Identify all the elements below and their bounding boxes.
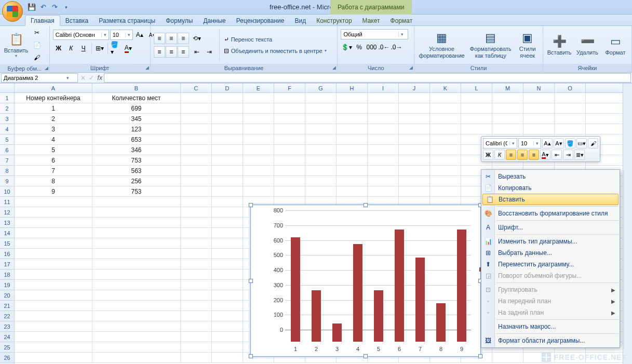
row-header[interactable]: 10 — [0, 186, 14, 197]
cell[interactable] — [305, 166, 337, 176]
cell[interactable] — [337, 93, 368, 103]
align-top-icon[interactable]: ≡ — [154, 33, 165, 44]
cell[interactable] — [181, 134, 212, 144]
row-header[interactable]: 19 — [0, 280, 14, 290]
row-header[interactable]: 22 — [0, 311, 14, 321]
merge-center-button[interactable]: ⊟Объединить и поместить в центре▾ — [224, 47, 327, 55]
cell[interactable] — [92, 218, 181, 227]
cell[interactable] — [337, 145, 368, 155]
grow-font-icon[interactable]: A▴ — [134, 29, 145, 41]
cell[interactable] — [430, 145, 461, 155]
cancel-icon[interactable]: ✕ — [80, 74, 86, 82]
cell[interactable] — [430, 114, 461, 124]
name-box[interactable]: ▾ — [1, 73, 78, 83]
cell[interactable] — [181, 155, 212, 165]
row-header[interactable]: 2 — [0, 103, 14, 114]
currency-icon[interactable]: 💲▾ — [341, 42, 352, 53]
column-header[interactable]: K — [430, 84, 461, 92]
cell[interactable]: 346 — [92, 145, 181, 155]
cell[interactable] — [243, 176, 274, 186]
mini-italic-button[interactable]: К — [494, 150, 505, 160]
cell[interactable] — [212, 342, 243, 352]
cell[interactable] — [305, 134, 337, 144]
cell[interactable] — [368, 103, 399, 113]
column-header[interactable]: L — [461, 84, 492, 92]
cell[interactable]: 563 — [92, 166, 181, 176]
cell[interactable] — [243, 124, 274, 134]
cell[interactable] — [523, 114, 555, 124]
cell[interactable] — [368, 186, 399, 196]
cell[interactable] — [181, 124, 212, 134]
row-header[interactable]: 7 — [0, 155, 14, 166]
cell[interactable]: 3 — [15, 124, 92, 134]
cell[interactable]: 256 — [92, 176, 181, 186]
cell[interactable] — [337, 166, 368, 176]
align-middle-icon[interactable]: ≡ — [166, 33, 177, 44]
cell[interactable] — [92, 301, 181, 311]
cell[interactable] — [212, 218, 243, 227]
undo-icon[interactable]: ↶ — [38, 3, 48, 12]
tab-рецензирование[interactable]: Рецензирование — [231, 16, 290, 25]
italic-button[interactable]: К — [65, 43, 77, 54]
cell[interactable] — [181, 301, 212, 311]
cell[interactable] — [212, 249, 243, 259]
cell[interactable] — [92, 290, 181, 300]
column-header[interactable]: E — [243, 84, 274, 92]
cell[interactable] — [181, 290, 212, 300]
column-header[interactable]: M — [492, 84, 523, 92]
cell[interactable]: 7 — [15, 166, 92, 176]
cell[interactable] — [15, 249, 92, 259]
cell[interactable] — [181, 197, 212, 207]
cell[interactable] — [181, 353, 212, 362]
office-button[interactable] — [2, 1, 23, 22]
context-menu-item[interactable]: 📄Копировать — [481, 182, 620, 194]
cell[interactable] — [430, 134, 461, 144]
cell[interactable]: 4 — [15, 134, 92, 144]
cell[interactable] — [181, 332, 212, 342]
cell[interactable] — [337, 155, 368, 165]
column-header[interactable]: J — [399, 84, 430, 92]
context-menu-item[interactable]: Назначить макрос... — [481, 321, 620, 332]
cell[interactable] — [243, 93, 274, 103]
cell[interactable] — [274, 145, 305, 155]
cell[interactable] — [15, 332, 92, 342]
row-header[interactable]: 12 — [0, 207, 14, 218]
qat-customize-icon[interactable]: ▾ — [61, 3, 71, 12]
cell[interactable] — [555, 124, 586, 134]
paste-button[interactable]: 📋 Вставить ▾ — [3, 28, 29, 62]
row-header[interactable]: 17 — [0, 259, 14, 269]
row-header[interactable]: 16 — [0, 249, 14, 259]
context-menu-item[interactable]: 📋Вставить — [482, 194, 618, 205]
cell[interactable] — [212, 238, 243, 248]
cell[interactable] — [181, 207, 212, 217]
bold-button[interactable]: Ж — [53, 43, 64, 54]
row-header[interactable]: 26 — [0, 353, 14, 363]
cell[interactable] — [212, 176, 243, 186]
row-header[interactable]: 3 — [0, 114, 14, 124]
cell[interactable] — [492, 93, 523, 103]
row-header[interactable]: 8 — [0, 166, 14, 176]
cell[interactable] — [368, 93, 399, 103]
cell[interactable] — [305, 103, 337, 113]
cell[interactable] — [15, 321, 92, 331]
cell[interactable] — [305, 155, 337, 165]
cell[interactable] — [274, 103, 305, 113]
cell[interactable] — [212, 197, 243, 207]
cell[interactable] — [523, 93, 555, 103]
percent-icon[interactable]: % — [353, 42, 365, 53]
column-header[interactable]: H — [337, 84, 368, 92]
cell[interactable] — [399, 166, 430, 176]
cell[interactable] — [243, 103, 274, 113]
cell[interactable] — [274, 155, 305, 165]
tab-конструктор[interactable]: Конструктор — [311, 16, 357, 25]
cell[interactable] — [212, 311, 243, 321]
cell[interactable] — [337, 134, 368, 144]
cell[interactable] — [399, 176, 430, 186]
cell[interactable] — [337, 186, 368, 196]
decrease-decimal-icon[interactable]: .0→ — [391, 42, 402, 53]
cell[interactable] — [212, 103, 243, 113]
cell[interactable]: 345 — [92, 114, 181, 124]
cell[interactable] — [243, 166, 274, 176]
cell[interactable]: Количество мест — [92, 93, 181, 103]
mini-align-left-icon[interactable]: ≡ — [506, 150, 516, 160]
